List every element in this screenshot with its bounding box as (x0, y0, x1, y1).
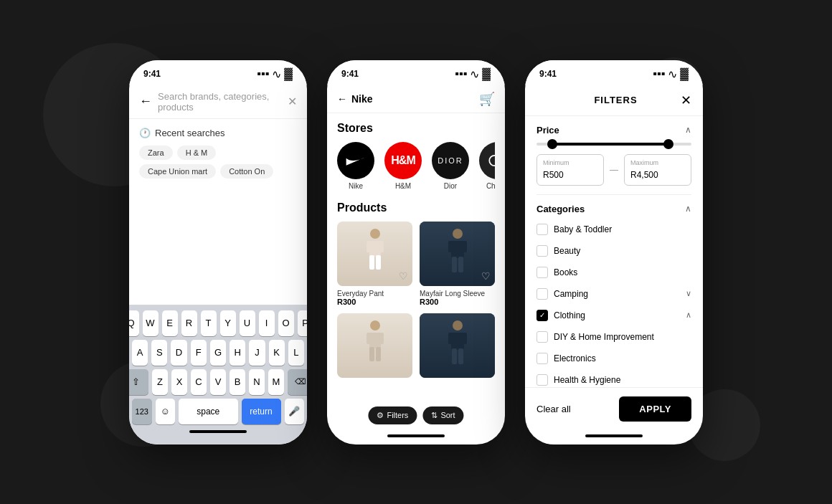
key-r[interactable]: R (181, 310, 197, 336)
category-camping[interactable]: Camping ∨ (536, 283, 691, 305)
recent-searches: 🕐 Recent searches Zara H & M Cape Union … (129, 119, 307, 187)
checkbox-baby[interactable] (536, 224, 548, 235)
categories-chevron: ∧ (685, 204, 691, 214)
svg-point-2 (370, 229, 380, 239)
chip-cotton[interactable]: Cotton On (220, 164, 273, 179)
key-v[interactable]: V (210, 369, 226, 395)
clear-icon[interactable]: ✕ (288, 95, 297, 108)
checkbox-beauty[interactable] (536, 245, 548, 257)
key-g[interactable]: G (210, 340, 226, 366)
key-k[interactable]: K (269, 340, 285, 366)
price-inputs: Minimum R500 — Maximum R4,500 (536, 154, 691, 186)
apply-button[interactable]: APPLY (619, 396, 691, 422)
category-baby[interactable]: Baby & Toddler (536, 219, 691, 240)
price-section-header[interactable]: Price ∧ (536, 125, 691, 135)
store-dior[interactable]: DIOR Dior (432, 142, 469, 190)
category-health[interactable]: Health & Hygiene (536, 369, 691, 387)
close-icon[interactable]: ✕ (681, 92, 691, 108)
results-body: Stores Nike H&M H&M DIOR Dior (327, 113, 505, 430)
key-m[interactable]: M (268, 369, 284, 395)
svg-rect-13 (458, 257, 463, 272)
category-electronics[interactable]: Electronics (536, 348, 691, 369)
checkbox-camping[interactable] (536, 288, 548, 300)
product-person-3 (337, 313, 412, 378)
store-chanel[interactable]: Chan... (479, 142, 495, 190)
key-p[interactable]: P (298, 310, 308, 336)
chip-zara[interactable]: Zara (139, 146, 173, 160)
product-4[interactable] (420, 313, 495, 381)
products-title: Products (337, 201, 495, 214)
key-c[interactable]: C (191, 369, 207, 395)
category-beauty[interactable]: Beauty (536, 240, 691, 262)
search-input[interactable]: Search brands, categories, products (158, 91, 282, 113)
emoji-key[interactable]: ☺ (156, 399, 176, 424)
sort-pill[interactable]: ⇅ Sort (422, 406, 463, 424)
category-books[interactable]: Books (536, 262, 691, 283)
heart-icon-2[interactable]: ♡ (481, 270, 491, 282)
clear-all-button[interactable]: Clear all (536, 404, 571, 414)
camping-left: Camping (536, 288, 588, 300)
key-j[interactable]: J (249, 340, 265, 366)
shift-key[interactable]: ⇧ (129, 369, 148, 395)
return-key[interactable]: return (242, 399, 281, 424)
checkbox-clothing[interactable]: ✓ (536, 310, 548, 321)
phone1: 9:41 ▪▪▪ ∿ ▓ ← Search brands, categories… (129, 60, 307, 444)
svg-rect-23 (461, 333, 467, 344)
delete-key[interactable]: ⌫ (288, 369, 307, 395)
key-y[interactable]: Y (220, 310, 236, 336)
key-t[interactable]: T (201, 310, 217, 336)
key-q[interactable]: Q (129, 310, 139, 336)
checkbox-health[interactable] (536, 374, 548, 386)
price-thumb-max[interactable] (663, 139, 673, 149)
results-back[interactable]: ← Nike (337, 93, 373, 105)
filters-pill[interactable]: ⚙ Filters (368, 406, 417, 424)
key-h[interactable]: H (230, 340, 245, 366)
key-d[interactable]: D (171, 340, 186, 366)
key-o[interactable]: O (278, 310, 294, 336)
space-key[interactable]: space (179, 399, 238, 424)
key-z[interactable]: Z (152, 369, 168, 395)
phone3-wrapper: 9:41 ▪▪▪ ∿ ▓ FILTERS ✕ Price ∧ (525, 60, 703, 444)
category-diy[interactable]: DIY & Home Improvement (536, 326, 691, 348)
chip-hm[interactable]: H & M (177, 146, 217, 160)
filters-icon: ⚙ (377, 411, 384, 420)
key-l[interactable]: L (288, 340, 304, 366)
key-x[interactable]: X (171, 369, 187, 395)
key-a[interactable]: A (132, 340, 148, 366)
key-b[interactable]: B (230, 369, 245, 395)
checkbox-books[interactable] (536, 267, 548, 278)
status-bar-3: 9:41 ▪▪▪ ∿ ▓ (525, 60, 703, 85)
heart-icon-1[interactable]: ♡ (399, 270, 408, 282)
key-n[interactable]: N (249, 369, 265, 395)
store-hm[interactable]: H&M H&M (384, 142, 422, 190)
checkbox-electronics[interactable] (536, 353, 548, 364)
key-i[interactable]: I (259, 310, 275, 336)
svg-rect-22 (448, 333, 454, 344)
status-bar-2: 9:41 ▪▪▪ ∿ ▓ (327, 60, 505, 85)
store-nike[interactable]: Nike (337, 142, 374, 190)
wifi-icon-2: ∿ (470, 67, 479, 81)
product-3[interactable] (337, 313, 412, 381)
status-bar-1: 9:41 ▪▪▪ ∿ ▓ (129, 60, 307, 85)
phone1-content: ← Search brands, categories, products ✕ … (129, 85, 307, 444)
svg-point-0 (489, 155, 495, 165)
key-f[interactable]: F (191, 340, 207, 366)
price-min-box[interactable]: Minimum R500 (536, 154, 604, 186)
product-2[interactable]: ♡ Mayfair Long Sleeve R300 (420, 222, 495, 306)
key-w[interactable]: W (143, 310, 159, 336)
back-icon[interactable]: ← (139, 94, 152, 109)
price-max-box[interactable]: Maximum R4,500 (624, 154, 691, 186)
categories-header[interactable]: Categories ∧ (536, 204, 691, 214)
price-thumb-min[interactable] (547, 139, 557, 149)
product-1[interactable]: ♡ Everyday Pant R300 (337, 222, 412, 306)
key-e[interactable]: E (162, 310, 178, 336)
num-key[interactable]: 123 (132, 399, 152, 424)
mic-key[interactable]: 🎤 (285, 399, 305, 424)
checkbox-diy[interactable] (536, 331, 548, 343)
cart-icon[interactable]: 🛒 (479, 91, 495, 107)
svg-rect-12 (452, 257, 457, 272)
key-s[interactable]: S (151, 340, 167, 366)
chip-cape[interactable]: Cape Union mart (139, 164, 216, 179)
category-clothing[interactable]: ✓ Clothing ∧ (536, 305, 691, 326)
key-u[interactable]: U (240, 310, 255, 336)
